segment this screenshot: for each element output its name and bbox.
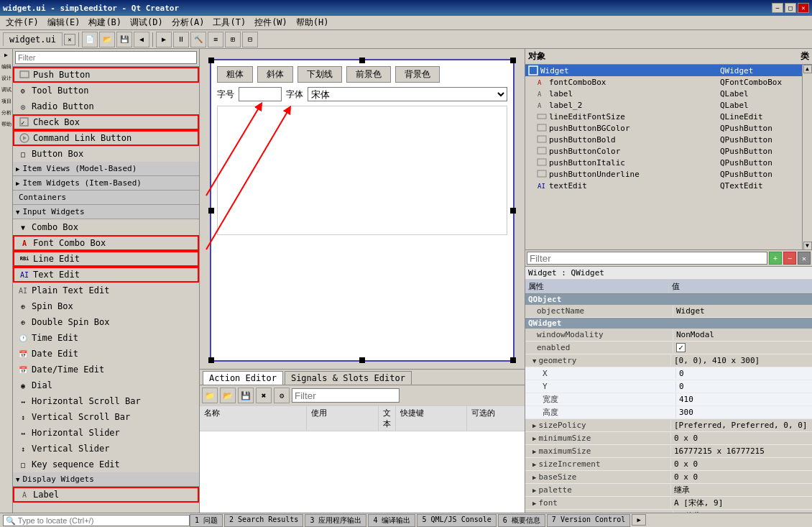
maximize-button[interactable]: □ [785, 3, 796, 13]
toolbar-build[interactable]: 🔨 [190, 32, 206, 47]
sidebar-item-date-edit[interactable]: 📅 Date Edit [13, 346, 199, 362]
sidebar-item-command-link-button[interactable]: Command Link Button [13, 130, 199, 146]
close-button[interactable]: ✕ [798, 3, 809, 13]
widget-text-area[interactable] [217, 106, 507, 235]
resize-handle-ml[interactable] [208, 208, 214, 214]
font-size-input[interactable] [239, 87, 282, 101]
resize-handle-br[interactable] [510, 357, 516, 363]
tree-row-line-edit[interactable]: lineEditFontSize QLineEdit [525, 111, 802, 122]
sidebar-item-h-slider[interactable]: ↔ Horizontal Slider [13, 425, 199, 441]
prop-filter-settings-btn[interactable]: ✕ [798, 252, 811, 265]
tree-row-widget[interactable]: Widget QWidget [525, 65, 802, 76]
left-btn-design[interactable]: 设计 [1, 75, 11, 85]
action-new-btn[interactable]: 📁 [202, 388, 218, 403]
left-btn-help[interactable]: 帮助 [1, 121, 11, 131]
menu-help[interactable]: 帮助(H) [292, 15, 333, 30]
tab-widget-ui[interactable]: widget.ui [3, 32, 63, 46]
group-display-widgets[interactable]: ▼ Display Widgets [13, 472, 199, 487]
resize-handle-tl[interactable] [208, 58, 214, 63]
prop-value-width[interactable]: 410 [676, 394, 812, 405]
action-save-btn[interactable]: 💾 [238, 388, 254, 403]
geometry-expand-icon[interactable]: ▼ [532, 357, 536, 365]
minimize-button[interactable]: − [772, 3, 783, 13]
group-containers[interactable]: Containers [13, 191, 199, 205]
sidebar-item-key-seq-edit[interactable]: □ Key sequence Edit [13, 457, 199, 472]
toolbar-open[interactable]: 📂 [99, 32, 115, 47]
menu-edit[interactable]: 编辑(E) [43, 15, 85, 30]
prop-filter-remove-btn[interactable]: − [783, 252, 796, 265]
group-item-views[interactable]: ▶ Item Views (Model-Based) [13, 162, 199, 176]
prop-value-object-name[interactable]: Widget [673, 306, 812, 316]
status-tab-version[interactable]: 7 Version Control [547, 514, 630, 527]
sidebar-item-plain-text-edit[interactable]: AI Plain Text Edit [13, 283, 199, 298]
widget-canvas[interactable]: 粗体 斜体 下划线 前景色 背景色 字号 字体 宋体 [210, 59, 515, 362]
toolbar-grid[interactable]: ⊞ [225, 32, 241, 47]
menu-build[interactable]: 构建(B) [84, 15, 126, 30]
bold-button[interactable]: 粗体 [217, 66, 253, 83]
tree-row-btn-color[interactable]: pushButtonColor QPushButton [525, 145, 802, 157]
tree-row-label[interactable]: A label QLabel [525, 88, 802, 99]
prop-value-enabled[interactable]: ✓ [673, 342, 812, 353]
enabled-checkbox[interactable]: ✓ [676, 343, 686, 352]
close-tab-button[interactable]: ✕ [64, 34, 75, 45]
font-select[interactable]: 宋体 [308, 87, 507, 101]
prop-filter-input[interactable] [527, 252, 767, 265]
sidebar-item-tool-button[interactable]: ⚙ Tool Button [13, 83, 199, 98]
sidebar-item-spin-box[interactable]: ⊕ Spin Box [13, 298, 199, 314]
status-tab-issues[interactable]: 1 问题 [190, 514, 223, 527]
sidebar-item-datetime-edit[interactable]: 📅 Date/Time Edit [13, 362, 199, 377]
menu-file[interactable]: 文件(F) [1, 15, 43, 30]
prop-value-window-modality[interactable]: NonModal [673, 329, 812, 340]
sidebar-item-check-box[interactable]: ✓ Check Box [13, 114, 199, 130]
tree-row-btn-italic[interactable]: pushButtonItalic QPushButton [525, 157, 802, 168]
menu-debug[interactable]: 调试(D) [126, 15, 167, 30]
prop-filter-add-btn[interactable]: + [769, 252, 782, 265]
toolbar-form[interactable]: ⊟ [242, 32, 258, 47]
prop-value-x[interactable]: 0 [676, 368, 812, 379]
toolbar-save[interactable]: 💾 [116, 32, 132, 47]
resize-handle-mr[interactable] [510, 208, 516, 214]
toolbar-back[interactable]: ◀ [134, 32, 149, 47]
status-tab-qml[interactable]: 5 QML/JS Console [417, 514, 496, 527]
toolbar-new[interactable]: 📄 [82, 32, 98, 47]
status-tab-app-output[interactable]: 3 应用程序输出 [305, 514, 366, 527]
italic-button[interactable]: 斜体 [257, 66, 293, 83]
status-tabs-more-btn[interactable]: ▶ [632, 514, 646, 526]
action-open-btn[interactable]: 📂 [220, 388, 236, 403]
toolbar-step[interactable]: ⏸ [173, 32, 189, 47]
status-tab-summary[interactable]: 6 概要信息 [498, 514, 545, 527]
resize-handle-bl[interactable] [208, 357, 214, 363]
menu-tools[interactable]: 工具(T) [208, 15, 250, 30]
action-delete-btn[interactable]: ✖ [256, 388, 272, 403]
tree-row-btn-bold[interactable]: pushButtonBold QPushButton [525, 134, 802, 145]
tab-action-editor[interactable]: Action Editor [203, 371, 283, 385]
sizepolicy-expand-icon[interactable]: ▶ [532, 422, 536, 429]
action-filter-input[interactable] [292, 388, 400, 403]
tab-signals-slots[interactable]: Signals & Slots Editor [285, 371, 412, 385]
sidebar-item-dial[interactable]: ◉ Dial [13, 377, 199, 393]
sidebar-item-button-box[interactable]: □ Button Box [13, 146, 199, 162]
basesize-expand-icon[interactable]: ▶ [532, 474, 536, 481]
resize-handle-tr[interactable] [510, 58, 516, 63]
sidebar-item-combo-box[interactable]: ▼ Combo Box [13, 219, 199, 235]
left-btn-proj[interactable]: 项目 [1, 98, 11, 108]
action-settings-btn[interactable]: ⚙ [274, 388, 290, 403]
tree-row-font-combo[interactable]: A fontComboBox QFontComboBox [525, 76, 802, 88]
status-tab-compile[interactable]: 4 编译输出 [368, 514, 415, 527]
menu-controls[interactable]: 控件(W) [250, 15, 292, 30]
palette-expand-icon[interactable]: ▶ [532, 487, 536, 494]
resize-handle-bm[interactable] [359, 357, 365, 363]
prop-value-cursor[interactable]: ↖ 箭头 [673, 510, 812, 513]
prop-value-y[interactable]: 0 [676, 381, 812, 392]
sidebar-filter-input[interactable] [15, 51, 197, 64]
left-btn-debug[interactable]: 调试 [1, 86, 11, 96]
scroll-down-btn[interactable]: ▼ [803, 242, 812, 250]
sizeincrement-expand-icon[interactable]: ▶ [532, 461, 536, 468]
menu-analyze[interactable]: 分析(A) [167, 15, 209, 30]
foreground-color-button[interactable]: 前景色 [346, 66, 391, 83]
toolbar-run[interactable]: ▶ [156, 32, 172, 47]
tree-row-btn-underline[interactable]: pushButtonUnderline QPushButton [525, 168, 802, 180]
background-color-button[interactable]: 背景色 [395, 66, 440, 83]
underline-button[interactable]: 下划线 [297, 66, 342, 83]
sidebar-item-radio-button[interactable]: ◎ Radio Button [13, 98, 199, 114]
